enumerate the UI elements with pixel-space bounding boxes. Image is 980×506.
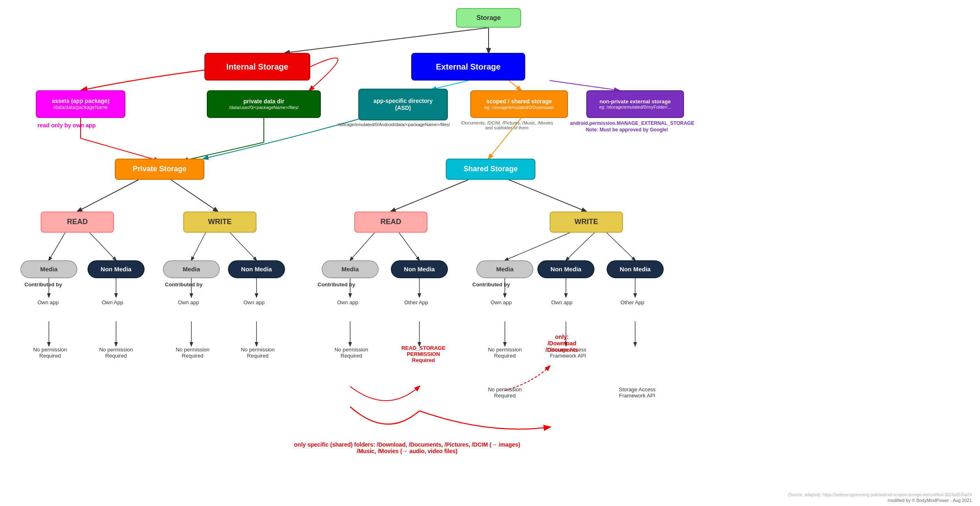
read-left-node: READ — [41, 212, 114, 233]
diagram: Storage Internal Storage External Storag… — [0, 0, 980, 506]
footer-text: modified by © BodyMindPower - Aug 2021 — [888, 498, 972, 503]
no-perm-5: No permissionRequired — [329, 347, 374, 359]
nonmedia-label-4: Non Media — [550, 266, 581, 273]
nonmedia-node-1: Non Media — [88, 260, 145, 278]
storage-access-2: Storage AccessFramework API — [611, 386, 664, 399]
read-only-label: read only by own app — [37, 122, 96, 129]
svg-line-22 — [607, 233, 635, 260]
media-node-4: Media — [476, 260, 533, 278]
private-data-node: private data dir /data/user/0/<packageNa… — [207, 90, 321, 118]
non-private-line1: non-private external storage — [600, 98, 671, 105]
contributed-by-3: Contributed by — [318, 281, 355, 288]
media-node-2: Media — [163, 260, 220, 278]
svg-line-8 — [550, 81, 619, 90]
private-storage-label: Private Storage — [133, 165, 186, 174]
svg-line-13 — [509, 180, 586, 212]
nonmedia-label-2: Non Media — [241, 266, 272, 273]
svg-line-0 — [285, 28, 489, 53]
source-text: (Source, adapted): https://betterprogram… — [788, 493, 972, 497]
nonmedia-node-5: Non Media — [607, 260, 664, 278]
own-app-7: Own app — [551, 299, 572, 305]
shared-folders-label: only specific (shared) folders: /Downloa… — [265, 441, 550, 454]
no-perm-6: No permissionRequired — [482, 347, 527, 359]
contributed-by-2: Contributed by — [165, 281, 202, 288]
shared-storage-node: Shared Storage — [446, 159, 535, 180]
scoped-line1: scoped / shared storage — [486, 98, 552, 105]
read-left-label: READ — [67, 218, 88, 227]
scoped-paths-label: /Documents, /DCIM, /Pictures, /Music, /M… — [448, 120, 566, 130]
own-app-2: Own App — [102, 299, 123, 305]
svg-line-21 — [566, 233, 594, 260]
write-right-node: WRITE — [550, 212, 623, 233]
own-app-6: Own app — [491, 299, 512, 305]
svg-line-18 — [350, 233, 375, 260]
nonmedia-label-1: Non Media — [101, 266, 132, 273]
asd-path-label: /storage/emulated/0/Android/data/<packag… — [338, 122, 448, 127]
nonmedia-node-2: Non Media — [228, 260, 285, 278]
media-label-3: Media — [342, 266, 359, 273]
svg-line-12 — [391, 180, 468, 212]
private-storage-node: Private Storage — [115, 159, 204, 180]
svg-line-17 — [230, 233, 257, 260]
storage-node: Storage — [456, 8, 521, 28]
no-perm-4: No permissionRequired — [235, 347, 280, 359]
svg-line-15 — [90, 233, 116, 260]
manage-external-label: android.permission.MANAGE_EXTERNAL_STORA… — [570, 120, 684, 126]
non-private-node: non-private external storage eg: /storag… — [586, 90, 684, 118]
only-folders-label: only:/Download/Documents — [546, 334, 578, 353]
own-app-5: Own app — [337, 299, 358, 305]
asd-line2: (ASD) — [395, 105, 411, 111]
private-data-line1: private data dir — [243, 98, 284, 105]
media-label-2: Media — [183, 266, 200, 273]
no-perm-write-own: No permissionRequired — [482, 386, 527, 399]
external-storage-label: External Storage — [436, 62, 501, 72]
assets-label-line2: /data/data/packageName — [53, 105, 108, 110]
storage-label: Storage — [476, 14, 501, 22]
read-storage-perm: READ_STORAGEPERMISSIONRequired — [399, 345, 448, 363]
no-perm-3: No permissionRequired — [170, 347, 215, 359]
asd-node: app-specific directory (ASD) — [358, 89, 448, 120]
media-node-1: Media — [20, 260, 77, 278]
read-right-node: READ — [354, 212, 428, 233]
own-app-4: Own app — [243, 299, 265, 305]
shared-storage-label: Shared Storage — [463, 165, 517, 174]
svg-line-14 — [49, 233, 65, 260]
svg-line-3 — [81, 138, 159, 161]
svg-line-20 — [505, 233, 570, 260]
assets-label-line1: assets (app package) — [52, 98, 110, 105]
other-app-1: Other App — [404, 299, 428, 305]
other-app-2: Other App — [620, 299, 645, 305]
internal-storage-node: Internal Storage — [204, 53, 310, 81]
contributed-by-1: Contributed by — [24, 281, 62, 288]
must-approve-label: Note: Must be approved by Google! — [570, 127, 684, 133]
non-private-line2: eg: /storage/emulated/0/myFolder/... — [599, 105, 671, 110]
svg-line-5 — [183, 142, 264, 161]
no-perm-2: No permissionRequired — [94, 347, 138, 359]
media-label-4: Media — [496, 266, 514, 273]
scoped-line2: eg: /storage/emulated/0/Download/ — [485, 105, 554, 110]
asd-line1: app-specific directory — [373, 98, 433, 105]
contributed-by-4: Contributed by — [472, 281, 510, 288]
internal-storage-label: Internal Storage — [226, 62, 288, 72]
nonmedia-label-5: Non Media — [620, 266, 651, 273]
media-label-1: Media — [40, 266, 58, 273]
own-app-3: Own app — [178, 299, 199, 305]
nonmedia-label-3: Non Media — [404, 266, 435, 273]
assets-node: assets (app package) /data/data/packageN… — [36, 90, 125, 118]
scoped-node: scoped / shared storage eg: /storage/emu… — [470, 90, 568, 118]
write-left-label: WRITE — [208, 218, 232, 227]
write-left-node: WRITE — [183, 212, 257, 233]
svg-line-10 — [77, 180, 138, 212]
private-data-line2: /data/user/0/<packageName>/files/ — [229, 105, 299, 110]
nonmedia-node-4: Non Media — [537, 260, 594, 278]
media-node-3: Media — [322, 260, 379, 278]
nonmedia-node-3: Non Media — [391, 260, 448, 278]
svg-line-11 — [171, 180, 218, 212]
svg-line-7 — [509, 81, 521, 90]
no-perm-1: No permissionRequired — [28, 347, 72, 359]
own-app-1: Own app — [37, 299, 59, 305]
external-storage-node: External Storage — [411, 53, 525, 81]
svg-line-6 — [432, 81, 468, 89]
read-right-label: READ — [380, 218, 401, 227]
svg-line-16 — [191, 233, 206, 260]
